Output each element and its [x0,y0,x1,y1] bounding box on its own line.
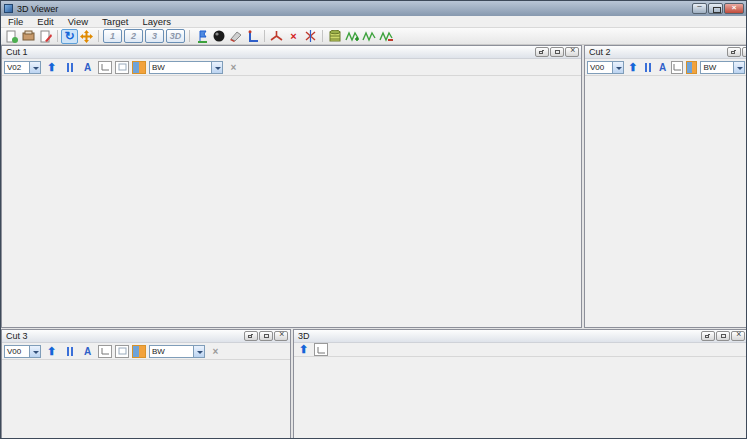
chevron-down-icon [29,346,40,357]
frame-toggle-button[interactable] [115,345,129,358]
palette-combo[interactable]: BW [149,61,223,74]
goto-top-icon[interactable]: ⬆ [44,344,59,358]
channel-combo[interactable]: V02 [4,61,41,74]
palette-toggle-button[interactable] [132,345,146,358]
vertical-bars-icon[interactable] [642,60,654,74]
restore-button[interactable] [244,331,258,341]
polyline-edit-button[interactable] [360,29,377,44]
cut1-toolbar: V02 ⬆ A BW × [2,59,581,76]
polyline-remove-button[interactable] [377,29,394,44]
maximize-button[interactable] [716,331,730,341]
3d-title: 3D [298,331,310,341]
restore-button[interactable] [701,331,715,341]
panel-cut3: Cut 3 V00 ⬆ A BW × XYZ: -433.246; -249.3… [1,329,291,439]
menu-file[interactable]: File [1,16,30,28]
close-button[interactable] [565,47,579,57]
polyline-add-button[interactable] [343,29,360,44]
text-annotation-icon[interactable]: A [657,60,669,74]
cut3-titlebar[interactable]: Cut 3 [2,330,290,343]
main-toolbar: ↻ 1 2 3 3D × [1,28,747,45]
clear-icon[interactable]: × [208,344,223,358]
channel-combo[interactable]: V00 [587,61,624,74]
close-button[interactable] [274,331,288,341]
cut1-titlebar[interactable]: Cut 1 [2,46,581,59]
eraser-button[interactable] [227,29,244,44]
cut1-title: Cut 1 [6,47,28,57]
frame-toggle-button[interactable] [115,61,129,74]
rotate-view-button[interactable]: ↻ [61,29,78,44]
move-target-button[interactable] [302,29,319,44]
axis-ruler-button[interactable] [244,29,261,44]
menu-edit[interactable]: Edit [30,16,60,28]
vertical-bars-icon[interactable] [62,60,77,74]
goto-top-icon[interactable]: ⬆ [627,60,639,74]
menu-layers[interactable]: Layers [136,16,179,28]
panel-cut2: Cut 2 V00 ⬆ A BW XYZ: -433.246; -249.375… [584,45,747,328]
doc-new-icon[interactable] [3,29,20,44]
cut3-toolbar: V00 ⬆ A BW × [2,343,290,360]
corner-toggle-button[interactable] [671,61,682,74]
view-1-button[interactable]: 1 [103,29,122,43]
chevron-down-icon [193,346,204,357]
view-3d-button[interactable]: 3D [166,29,185,43]
channel-combo[interactable]: V00 [4,345,41,358]
layers-barrel-button[interactable] [326,29,343,44]
view-2-button[interactable]: 2 [124,29,143,43]
menu-view[interactable]: View [61,16,95,28]
pan-view-button[interactable] [78,29,95,44]
cut2-title: Cut 2 [589,47,611,57]
chevron-down-icon [612,62,623,73]
goto-top-icon[interactable]: ⬆ [44,60,59,74]
doc-import-icon[interactable] [20,29,37,44]
toolbar-separator [98,30,99,42]
palette-combo[interactable]: BW [149,345,205,358]
minimize-button[interactable] [692,3,707,14]
panel-3d: 3D ⬆ XYZ: -433.246; -249.375; -3.195 m N… [293,329,747,439]
restore-button[interactable] [727,47,741,57]
cut2-titlebar[interactable]: Cut 2 [585,46,747,59]
corner-toggle-button[interactable] [98,61,112,74]
palette-combo[interactable]: BW [700,61,745,74]
delete-target-button[interactable]: × [285,29,302,44]
toolbar-separator [264,30,265,42]
chevron-down-icon [211,62,222,73]
maximize-button[interactable] [550,47,564,57]
toolbar-separator [189,30,190,42]
menu-target[interactable]: Target [95,16,135,28]
app-window: 3D Viewer File Edit View Target Layers ↻… [0,0,747,439]
maximize-button[interactable] [742,47,747,57]
3d-toolbar: ⬆ [294,343,747,357]
toolbar-separator [322,30,323,42]
maximize-button[interactable] [708,3,723,14]
pick-flag-button[interactable] [193,29,210,44]
palette-toggle-button[interactable] [686,61,697,74]
maximize-button[interactable] [259,331,273,341]
text-annotation-icon[interactable]: A [80,60,95,74]
app-icon [4,4,13,13]
vertical-bars-icon[interactable] [62,344,77,358]
restore-button[interactable] [535,47,549,57]
sphere-button[interactable] [210,29,227,44]
view-3-button[interactable]: 3 [145,29,164,43]
panel-cut1: Cut 1 V02 ⬆ A BW × XYZ: -433.246; -249.3… [1,45,582,328]
menubar: File Edit View Target Layers [1,16,747,28]
chevron-down-icon [29,62,40,73]
window-title: 3D Viewer [17,4,58,14]
app-titlebar[interactable]: 3D Viewer [1,1,747,16]
cut3-title: Cut 3 [6,331,28,341]
close-button[interactable] [724,3,744,14]
clear-icon[interactable]: × [226,60,241,74]
toolbar-separator [57,30,58,42]
palette-toggle-button[interactable] [132,61,146,74]
chevron-down-icon [733,62,744,73]
goto-top-icon[interactable]: ⬆ [296,343,311,357]
cut2-toolbar: V00 ⬆ A BW [585,59,747,76]
target-axes-button[interactable] [268,29,285,44]
corner-toggle-button[interactable] [98,345,112,358]
frame-toggle-button[interactable] [314,343,328,356]
close-button[interactable] [731,331,745,341]
doc-edit-icon[interactable] [37,29,54,44]
text-annotation-icon[interactable]: A [80,344,95,358]
3d-titlebar[interactable]: 3D [294,330,747,343]
